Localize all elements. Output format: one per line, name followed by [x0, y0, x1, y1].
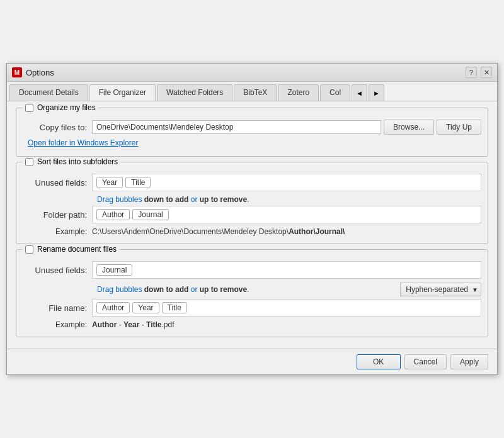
bubble-author[interactable]: Author — [96, 209, 130, 220]
tab-zotero[interactable]: Zotero — [278, 84, 319, 101]
rename-unused-row: Unused fields: Journal — [23, 261, 481, 279]
organize-checkbox[interactable] — [25, 104, 33, 112]
sort-unused-row: Unused fields: Year Title — [23, 174, 481, 191]
ok-button[interactable]: OK — [357, 354, 401, 369]
rename-group-label: Rename document files — [23, 245, 119, 254]
apply-button[interactable]: Apply — [450, 354, 488, 369]
close-button[interactable]: ✕ — [481, 67, 492, 78]
sort-drag-hint: Drag bubbles down to add or up to remove… — [97, 195, 481, 204]
content-area: Organize my files Copy files to: Browse.… — [7, 101, 497, 349]
rename-drag-row: Drag bubbles down to add or up to remove… — [97, 283, 481, 296]
app-icon: M — [12, 67, 22, 77]
copy-label: Copy files to: — [23, 123, 92, 132]
window-title: Options — [26, 68, 54, 77]
bubble-file-title[interactable]: Title — [162, 302, 187, 313]
sort-group-label: Sort files into subfolders — [23, 157, 120, 166]
help-button[interactable]: ? — [466, 67, 477, 78]
tidy-up-button[interactable]: Tidy Up — [437, 120, 481, 135]
file-name-row: File name: Author Year Title — [23, 299, 481, 317]
tab-watched-folders[interactable]: Watched Folders — [157, 84, 232, 101]
bubble-file-author[interactable]: Author — [96, 302, 130, 313]
sort-folder-bubbles: Author Journal — [92, 206, 481, 223]
tab-scroll-left[interactable]: ◄ — [352, 84, 367, 101]
tab-scroll-right[interactable]: ► — [369, 84, 384, 101]
cancel-button[interactable]: Cancel — [404, 354, 447, 369]
sort-checkbox[interactable] — [25, 158, 33, 166]
rename-example-value: Author - Year - Title.pdf — [92, 320, 175, 329]
copy-field-value: Browse... Tidy Up — [92, 120, 481, 135]
folder-label: Folder path: — [23, 210, 92, 220]
title-bar-right: ? ✕ — [466, 67, 492, 78]
title-bar-left: M Options — [12, 67, 54, 77]
rename-group: Rename document files Unused fields: Jou… — [16, 249, 488, 337]
folder-path-row: Folder path: Author Journal — [23, 206, 481, 223]
bubble-journal[interactable]: Journal — [132, 209, 168, 220]
bubble-title[interactable]: Title — [125, 177, 151, 188]
rename-file-bubbles: Author Year Title — [92, 299, 481, 317]
options-window: M Options ? ✕ Document Details File Orga… — [6, 63, 498, 375]
browse-button[interactable]: Browse... — [384, 120, 434, 135]
organize-group-label: Organize my files — [23, 103, 98, 112]
file-name-label: File name: — [23, 303, 92, 313]
tab-bar: Document Details File Organizer Watched … — [7, 82, 497, 101]
rename-label: Rename document files — [37, 245, 117, 254]
rename-example-label: Example: — [23, 320, 92, 329]
rename-drag-hint: Drag bubbles down to add or up to remove… — [97, 285, 400, 294]
organize-label: Organize my files — [37, 103, 96, 112]
bottom-bar: OK Cancel Apply — [7, 349, 497, 374]
tab-bibtex[interactable]: BibTeX — [234, 84, 277, 101]
copy-to-row: Copy files to: Browse... Tidy Up — [23, 120, 481, 135]
rename-unused-label: Unused fields: — [23, 266, 92, 275]
tab-file-organizer[interactable]: File Organizer — [89, 84, 156, 101]
dropdown-arrow-icon: ▼ — [472, 286, 478, 293]
rename-unused-bubbles: Journal — [92, 261, 481, 279]
sort-example-value: C:\Users\Andem\OneDrive\Documents\Mendel… — [92, 227, 345, 236]
app-icon-letter: M — [14, 69, 20, 76]
sort-unused-bubbles: Year Title — [92, 174, 481, 191]
rename-example-row: Example: Author - Year - Title.pdf — [23, 320, 481, 329]
tab-document-details[interactable]: Document Details — [9, 84, 88, 101]
sort-example-row: Example: C:\Users\Andem\OneDrive\Documen… — [23, 227, 481, 236]
tab-col[interactable]: Col — [320, 84, 350, 101]
title-bar: M Options ? ✕ — [7, 64, 497, 82]
copy-path-input[interactable] — [92, 120, 381, 134]
sort-unused-label: Unused fields: — [23, 178, 92, 188]
organize-group: Organize my files Copy files to: Browse.… — [16, 108, 488, 157]
open-folder-link[interactable]: Open folder in Windows Explorer — [28, 138, 481, 147]
separator-dropdown[interactable]: Hyphen-separated ▼ — [400, 283, 481, 296]
sort-example-label: Example: — [23, 227, 92, 236]
bubble-year[interactable]: Year — [96, 177, 123, 188]
bubble-journal-unused[interactable]: Journal — [96, 264, 132, 276]
sort-label: Sort files into subfolders — [37, 157, 118, 166]
bubble-file-year[interactable]: Year — [132, 302, 159, 313]
rename-checkbox[interactable] — [25, 245, 33, 254]
sort-group: Sort files into subfolders Unused fields… — [16, 162, 488, 244]
